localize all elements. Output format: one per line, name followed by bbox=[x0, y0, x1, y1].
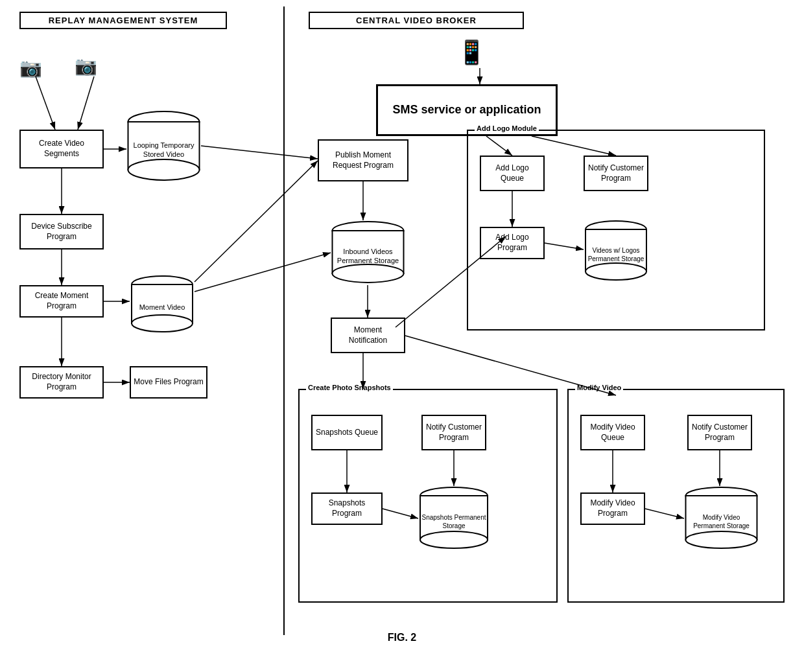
looping-storage-label: Looping Temporary Stored Video bbox=[126, 141, 201, 159]
svg-point-5 bbox=[132, 315, 193, 332]
modify-video-group-label: Modify Video bbox=[575, 384, 623, 391]
svg-line-27 bbox=[195, 161, 318, 282]
add-logo-queue-box: Add Logo Queue bbox=[480, 156, 545, 191]
create-photo-label: Create Photo Snapshots bbox=[306, 384, 393, 391]
snapshots-storage-label: Snapshots Permanent Storage bbox=[418, 513, 490, 530]
svg-point-8 bbox=[333, 264, 404, 283]
svg-point-2 bbox=[128, 159, 200, 180]
moment-notification-box: Moment Notification bbox=[331, 318, 405, 353]
add-logo-module-label: Add Logo Module bbox=[475, 124, 539, 132]
svg-point-14 bbox=[420, 531, 488, 548]
notify-customer-logo-box: Notify Customer Program bbox=[584, 156, 648, 191]
looping-storage-cylinder: Looping Temporary Stored Video bbox=[126, 110, 201, 181]
svg-line-26 bbox=[195, 253, 331, 292]
videos-logos-label: Videos w/ Logos Permanent Storage bbox=[584, 246, 648, 263]
add-logo-program-box: Add Logo Program bbox=[480, 227, 545, 259]
notify-customer-modify-box: Notify Customer Program bbox=[687, 415, 752, 450]
snapshots-storage-cylinder: Snapshots Permanent Storage bbox=[418, 486, 490, 551]
modify-video-queue-box: Modify Video Queue bbox=[580, 415, 645, 450]
publish-moment-box: Publish Moment Request Program bbox=[318, 139, 408, 181]
inbound-storage-label: Inbound Videos Permanent Storage bbox=[331, 247, 405, 266]
create-video-box: Create Video Segments bbox=[19, 130, 104, 168]
svg-point-17 bbox=[686, 531, 757, 548]
notify-customer-photo-box: Notify Customer Program bbox=[421, 415, 486, 450]
inbound-storage-cylinder: Inbound Videos Permanent Storage bbox=[331, 220, 405, 285]
move-files-box: Move Files Program bbox=[130, 366, 207, 399]
svg-line-22 bbox=[201, 146, 318, 159]
diagram-container: REPLAY MANAGEMENT SYSTEM CENTRAL VIDEO B… bbox=[0, 0, 804, 672]
modify-video-storage-label: Modify Video Permanent Storage bbox=[684, 513, 759, 530]
snapshots-program-box: Snapshots Program bbox=[311, 492, 383, 525]
vertical-divider bbox=[283, 6, 285, 635]
phone-icon: 📱 bbox=[457, 39, 486, 66]
camera-icon-2: 📷 bbox=[75, 55, 97, 76]
device-subscribe-box: Device Subscribe Program bbox=[19, 214, 104, 249]
svg-line-20 bbox=[78, 76, 94, 130]
directory-monitor-box: Directory Monitor Program bbox=[19, 366, 104, 399]
figure-label: FIG. 2 bbox=[344, 632, 460, 643]
modify-video-program-box: Modify Video Program bbox=[580, 492, 645, 525]
snapshots-queue-box: Snapshots Queue bbox=[311, 415, 383, 450]
videos-logos-storage-cylinder: Videos w/ Logos Permanent Storage bbox=[584, 220, 648, 282]
moment-video-cylinder: Moment Video bbox=[130, 275, 195, 334]
central-video-broker-label: CENTRAL VIDEO BROKER bbox=[309, 12, 524, 29]
svg-point-11 bbox=[585, 263, 646, 280]
modify-video-storage-cylinder: Modify Video Permanent Storage bbox=[684, 486, 759, 551]
camera-icon-1: 📷 bbox=[19, 57, 42, 78]
create-moment-box: Create Moment Program bbox=[19, 285, 104, 318]
replay-management-label: REPLAY MANAGEMENT SYSTEM bbox=[19, 12, 227, 29]
moment-video-label: Moment Video bbox=[137, 303, 188, 312]
svg-line-19 bbox=[36, 76, 55, 130]
